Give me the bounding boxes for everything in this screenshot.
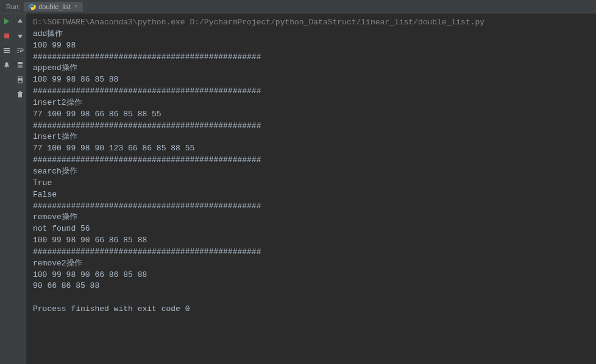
console-line: 100 99 98 90 66 86 85 88	[33, 235, 590, 247]
svg-rect-8	[18, 93, 22, 97]
python-file-icon	[29, 3, 36, 10]
stop-button[interactable]	[1, 30, 12, 41]
console-line: 77 100 99 98 90 123 66 86 85 88 55	[33, 143, 590, 155]
console-line: False	[33, 189, 590, 201]
run-left-toolbar	[0, 13, 13, 364]
svg-rect-9	[18, 92, 23, 93]
close-icon[interactable]: ×	[74, 3, 78, 10]
console-line: True	[33, 178, 590, 189]
scroll-to-end-button[interactable]	[15, 60, 26, 71]
console-line: 100 99 98 90 66 86 85 88	[33, 270, 590, 281]
console-line: remove2操作	[33, 258, 590, 270]
console-line: 90 66 86 85 88	[33, 281, 590, 292]
console-output[interactable]: D:\SOFTWARE\Anaconda3\python.exe D:/Pych…	[27, 13, 596, 364]
svg-rect-0	[4, 33, 9, 38]
down-trace-button[interactable]	[15, 30, 26, 41]
console-line: not found 56	[33, 223, 590, 235]
svg-rect-3	[4, 52, 10, 53]
console-line	[33, 292, 590, 304]
soft-wrap-button[interactable]	[15, 45, 26, 56]
run-config-tab[interactable]: double_list ×	[24, 2, 82, 12]
up-trace-button[interactable]	[15, 16, 26, 27]
trash-button[interactable]	[15, 89, 26, 100]
svg-rect-2	[4, 50, 10, 51]
console-line: append操作	[33, 63, 590, 74]
console-line: ########################################…	[33, 201, 590, 212]
console-line: insert操作	[33, 131, 590, 143]
svg-rect-1	[4, 48, 10, 49]
console-line: ########################################…	[33, 247, 590, 258]
console-line: ########################################…	[33, 155, 590, 166]
rerun-button[interactable]	[1, 16, 12, 27]
console-line: insert2操作	[33, 97, 590, 109]
layout-settings-button[interactable]	[1, 45, 12, 56]
console-line: 100 99 98 86 85 88	[33, 74, 590, 86]
print-button[interactable]	[15, 74, 26, 85]
console-line: remove操作	[33, 212, 590, 223]
run-tool-top-bar: Run: double_list ×	[0, 0, 596, 13]
console-line: search操作	[33, 166, 590, 178]
console-line: ########################################…	[33, 52, 590, 63]
run-main-area: D:\SOFTWARE\Anaconda3\python.exe D:/Pych…	[0, 13, 596, 364]
svg-rect-10	[19, 91, 21, 92]
pin-button[interactable]	[1, 60, 12, 71]
svg-rect-7	[18, 80, 22, 83]
console-line: 100 99 98	[33, 40, 590, 52]
console-line: 77 100 99 98 66 86 85 88 55	[33, 109, 590, 121]
run-label: Run:	[2, 3, 24, 10]
console-line: D:\SOFTWARE\Anaconda3\python.exe D:/Pych…	[33, 17, 590, 29]
svg-rect-4	[18, 62, 23, 64]
tab-label: double_list	[38, 3, 71, 10]
console-line: add操作	[33, 29, 590, 40]
console-line: ########################################…	[33, 86, 590, 97]
console-line: Process finished with exit code 0	[33, 304, 590, 315]
run-second-toolbar	[13, 13, 27, 364]
console-line: ########################################…	[33, 121, 590, 132]
svg-rect-6	[18, 77, 22, 79]
